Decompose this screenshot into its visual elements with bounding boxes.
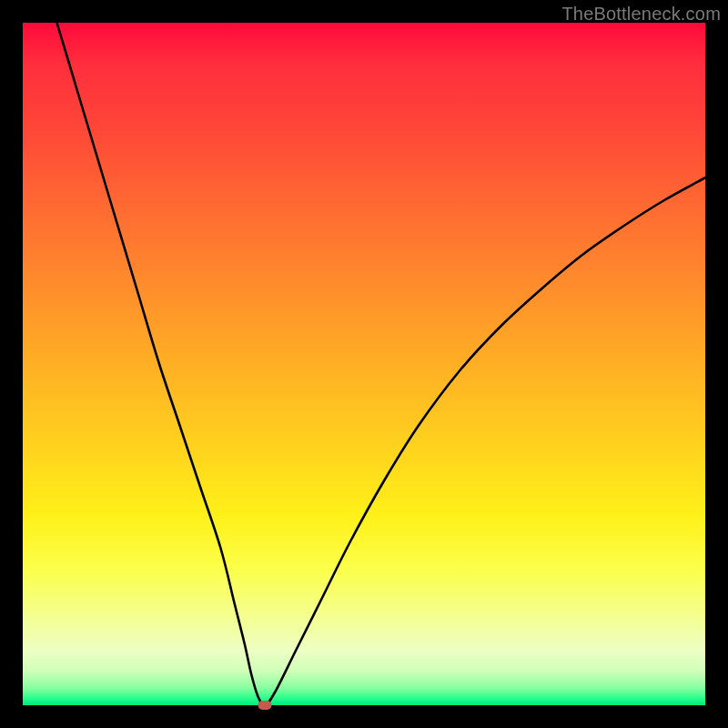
plot-area	[23, 23, 705, 705]
bottleneck-curve	[57, 23, 706, 705]
chart-frame: TheBottleneck.com	[0, 0, 728, 728]
watermark-text: TheBottleneck.com	[561, 4, 721, 25]
curve-svg	[23, 23, 705, 705]
min-marker	[258, 701, 272, 710]
